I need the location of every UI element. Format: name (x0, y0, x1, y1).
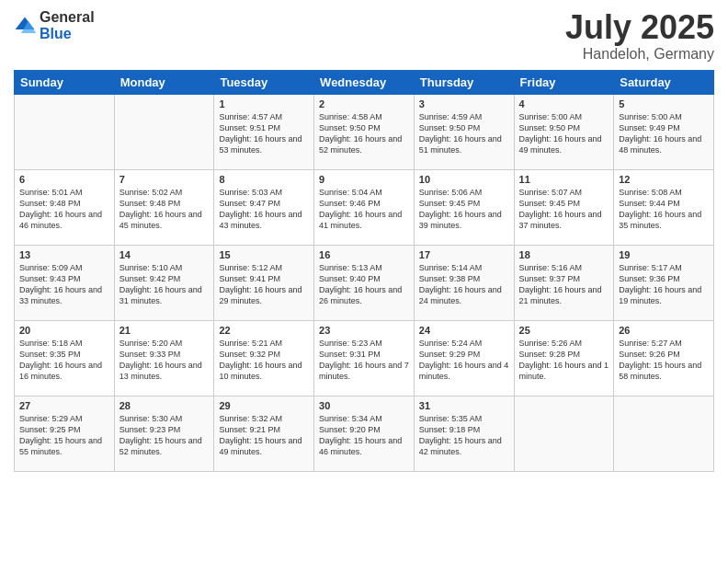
calendar-cell: 9Sunrise: 5:04 AM Sunset: 9:46 PM Daylig… (314, 169, 415, 245)
calendar-cell (514, 396, 614, 471)
page: General Blue July 2025 Handeloh, Germany… (0, 0, 728, 563)
calendar-cell: 7Sunrise: 5:02 AM Sunset: 9:48 PM Daylig… (114, 169, 214, 245)
header-day: Sunday (15, 70, 115, 94)
day-number: 9 (319, 174, 409, 185)
calendar-week-row: 1Sunrise: 4:57 AM Sunset: 9:51 PM Daylig… (15, 94, 714, 169)
header-day: Monday (114, 70, 214, 94)
cell-info: Sunrise: 4:59 AM Sunset: 9:50 PM Dayligh… (419, 111, 509, 156)
header-row: SundayMondayTuesdayWednesdayThursdayFrid… (15, 70, 714, 94)
cell-info: Sunrise: 5:20 AM Sunset: 9:33 PM Dayligh… (119, 338, 210, 383)
cell-info: Sunrise: 5:03 AM Sunset: 9:47 PM Dayligh… (219, 187, 309, 232)
logo-icon (14, 15, 36, 37)
calendar-cell: 1Sunrise: 4:57 AM Sunset: 9:51 PM Daylig… (214, 94, 314, 169)
calendar-cell: 29Sunrise: 5:32 AM Sunset: 9:21 PM Dayli… (214, 396, 314, 471)
cell-info: Sunrise: 5:17 AM Sunset: 9:36 PM Dayligh… (619, 262, 709, 307)
day-number: 25 (519, 325, 609, 336)
calendar-cell: 5Sunrise: 5:00 AM Sunset: 9:49 PM Daylig… (614, 94, 714, 169)
day-number: 16 (319, 249, 409, 260)
calendar-cell: 26Sunrise: 5:27 AM Sunset: 9:26 PM Dayli… (614, 320, 714, 396)
calendar-cell: 4Sunrise: 5:00 AM Sunset: 9:50 PM Daylig… (514, 94, 614, 169)
day-number: 15 (219, 249, 309, 260)
calendar-cell: 22Sunrise: 5:21 AM Sunset: 9:32 PM Dayli… (214, 320, 314, 396)
calendar-cell: 11Sunrise: 5:07 AM Sunset: 9:45 PM Dayli… (514, 169, 614, 245)
day-number: 26 (619, 325, 709, 336)
cell-info: Sunrise: 5:00 AM Sunset: 9:49 PM Dayligh… (619, 111, 709, 156)
cell-info: Sunrise: 5:08 AM Sunset: 9:44 PM Dayligh… (619, 187, 709, 232)
calendar-week-row: 27Sunrise: 5:29 AM Sunset: 9:25 PM Dayli… (15, 396, 714, 471)
day-number: 27 (19, 400, 109, 411)
calendar-cell: 14Sunrise: 5:10 AM Sunset: 9:42 PM Dayli… (114, 245, 214, 320)
location-title: Handeloh, Germany (565, 46, 714, 63)
day-number: 29 (219, 400, 309, 411)
day-number: 19 (619, 249, 709, 260)
calendar-cell: 3Sunrise: 4:59 AM Sunset: 9:50 PM Daylig… (414, 94, 514, 169)
logo-blue: Blue (40, 26, 72, 41)
day-number: 21 (119, 325, 210, 336)
calendar-cell: 16Sunrise: 5:13 AM Sunset: 9:40 PM Dayli… (314, 245, 415, 320)
cell-info: Sunrise: 5:29 AM Sunset: 9:25 PM Dayligh… (19, 413, 109, 458)
calendar-cell: 18Sunrise: 5:16 AM Sunset: 9:37 PM Dayli… (514, 245, 614, 320)
header: General Blue July 2025 Handeloh, Germany (14, 9, 714, 63)
cell-info: Sunrise: 5:06 AM Sunset: 9:45 PM Dayligh… (419, 187, 509, 232)
cell-info: Sunrise: 5:27 AM Sunset: 9:26 PM Dayligh… (619, 338, 709, 383)
day-number: 2 (319, 98, 409, 109)
calendar-table: SundayMondayTuesdayWednesdayThursdayFrid… (14, 70, 714, 472)
cell-info: Sunrise: 5:24 AM Sunset: 9:29 PM Dayligh… (419, 338, 509, 383)
header-day: Thursday (414, 70, 514, 94)
day-number: 20 (19, 325, 109, 336)
cell-info: Sunrise: 5:10 AM Sunset: 9:42 PM Dayligh… (119, 262, 210, 307)
cell-info: Sunrise: 5:23 AM Sunset: 9:31 PM Dayligh… (319, 338, 409, 383)
header-day: Tuesday (214, 70, 314, 94)
calendar-cell (15, 94, 115, 169)
cell-info: Sunrise: 5:13 AM Sunset: 9:40 PM Dayligh… (319, 262, 409, 307)
cell-info: Sunrise: 5:26 AM Sunset: 9:28 PM Dayligh… (519, 338, 609, 383)
calendar-cell: 25Sunrise: 5:26 AM Sunset: 9:28 PM Dayli… (514, 320, 614, 396)
calendar-week-row: 6Sunrise: 5:01 AM Sunset: 9:48 PM Daylig… (15, 169, 714, 245)
logo: General Blue (14, 9, 95, 42)
cell-info: Sunrise: 5:01 AM Sunset: 9:48 PM Dayligh… (19, 187, 109, 232)
month-title: July 2025 (565, 9, 714, 46)
day-number: 10 (419, 174, 509, 185)
title-block: July 2025 Handeloh, Germany (565, 9, 714, 63)
day-number: 6 (19, 174, 109, 185)
cell-info: Sunrise: 4:57 AM Sunset: 9:51 PM Dayligh… (219, 111, 309, 156)
cell-info: Sunrise: 5:32 AM Sunset: 9:21 PM Dayligh… (219, 413, 309, 458)
calendar-cell: 21Sunrise: 5:20 AM Sunset: 9:33 PM Dayli… (114, 320, 214, 396)
day-number: 24 (419, 325, 509, 336)
calendar-cell: 6Sunrise: 5:01 AM Sunset: 9:48 PM Daylig… (15, 169, 115, 245)
cell-info: Sunrise: 5:35 AM Sunset: 9:18 PM Dayligh… (419, 413, 509, 458)
day-number: 7 (119, 174, 210, 185)
calendar-cell: 15Sunrise: 5:12 AM Sunset: 9:41 PM Dayli… (214, 245, 314, 320)
cell-info: Sunrise: 5:14 AM Sunset: 9:38 PM Dayligh… (419, 262, 509, 307)
calendar-week-row: 13Sunrise: 5:09 AM Sunset: 9:43 PM Dayli… (15, 245, 714, 320)
calendar-cell: 20Sunrise: 5:18 AM Sunset: 9:35 PM Dayli… (15, 320, 115, 396)
header-day: Friday (514, 70, 614, 94)
cell-info: Sunrise: 5:30 AM Sunset: 9:23 PM Dayligh… (119, 413, 210, 458)
day-number: 11 (519, 174, 609, 185)
calendar-week-row: 20Sunrise: 5:18 AM Sunset: 9:35 PM Dayli… (15, 320, 714, 396)
cell-info: Sunrise: 5:04 AM Sunset: 9:46 PM Dayligh… (319, 187, 409, 232)
day-number: 22 (219, 325, 309, 336)
cell-info: Sunrise: 5:16 AM Sunset: 9:37 PM Dayligh… (519, 262, 609, 307)
calendar-cell: 8Sunrise: 5:03 AM Sunset: 9:47 PM Daylig… (214, 169, 314, 245)
logo-general: General (40, 9, 95, 25)
day-number: 31 (419, 400, 509, 411)
cell-info: Sunrise: 4:58 AM Sunset: 9:50 PM Dayligh… (319, 111, 409, 156)
calendar-cell: 23Sunrise: 5:23 AM Sunset: 9:31 PM Dayli… (314, 320, 415, 396)
calendar-cell (614, 396, 714, 471)
day-number: 28 (119, 400, 210, 411)
day-number: 3 (419, 98, 509, 109)
day-number: 12 (619, 174, 709, 185)
day-number: 5 (619, 98, 709, 109)
calendar-cell: 10Sunrise: 5:06 AM Sunset: 9:45 PM Dayli… (414, 169, 514, 245)
calendar-cell: 28Sunrise: 5:30 AM Sunset: 9:23 PM Dayli… (114, 396, 214, 471)
day-number: 8 (219, 174, 309, 185)
cell-info: Sunrise: 5:00 AM Sunset: 9:50 PM Dayligh… (519, 111, 609, 156)
logo-text: General Blue (40, 9, 95, 42)
day-number: 23 (319, 325, 409, 336)
day-number: 1 (219, 98, 309, 109)
day-number: 13 (19, 249, 109, 260)
calendar-cell: 24Sunrise: 5:24 AM Sunset: 9:29 PM Dayli… (414, 320, 514, 396)
calendar-cell: 12Sunrise: 5:08 AM Sunset: 9:44 PM Dayli… (614, 169, 714, 245)
calendar-cell: 27Sunrise: 5:29 AM Sunset: 9:25 PM Dayli… (15, 396, 115, 471)
